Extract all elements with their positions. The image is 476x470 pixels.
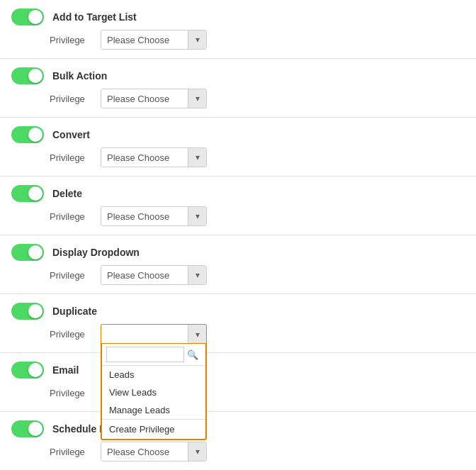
privilege-label-add-to-target-list: Privilege bbox=[50, 35, 92, 45]
privilege-row-add-to-target-list: Privilege Please Choose bbox=[11, 30, 465, 50]
privilege-label-duplicate: Privilege bbox=[50, 329, 92, 340]
section-title-email: Email bbox=[52, 364, 79, 376]
privilege-label-delete: Privilege bbox=[50, 211, 92, 222]
select-box-schedule-f[interactable]: Please Choose bbox=[101, 442, 207, 461]
toggle-thumb bbox=[28, 128, 42, 142]
section-convert: ConvertPrivilege Please Choose bbox=[0, 118, 476, 177]
select-wrapper-delete: Please Choose bbox=[101, 206, 207, 226]
toggle-track bbox=[11, 420, 44, 437]
toggle-thumb bbox=[28, 363, 42, 377]
toggle-thumb bbox=[28, 245, 42, 259]
select-box-delete[interactable]: Please Choose bbox=[101, 206, 207, 226]
section-header-bulk-action: Bulk Action bbox=[11, 67, 465, 84]
section-header-display-dropdown: Display Dropdown bbox=[11, 244, 465, 261]
privilege-row-display-dropdown: Privilege Please Choose bbox=[11, 265, 465, 285]
section-title-schedule-f: Schedule F bbox=[52, 423, 106, 435]
select-wrapper-duplicate: 🔍LeadsView LeadsManage LeadsCreate Privi… bbox=[101, 324, 207, 344]
privilege-label-bulk-action: Privilege bbox=[50, 94, 92, 104]
toggle-track bbox=[11, 244, 44, 261]
toggle-add-to-target-list[interactable] bbox=[11, 9, 44, 26]
section-title-display-dropdown: Display Dropdown bbox=[52, 247, 140, 258]
select-wrapper-convert: Please Choose bbox=[101, 147, 207, 167]
section-header-duplicate: Duplicate bbox=[11, 303, 465, 320]
privilege-label-display-dropdown: Privilege bbox=[50, 270, 92, 281]
select-box-convert[interactable]: Please Choose bbox=[101, 147, 207, 167]
toggle-track bbox=[11, 126, 44, 143]
privilege-row-schedule-f: Privilege Please Choose bbox=[11, 442, 465, 461]
section-title-duplicate: Duplicate bbox=[52, 306, 97, 317]
select-text-add-to-target-list: Please Choose bbox=[101, 35, 188, 45]
toggle-thumb bbox=[28, 69, 42, 83]
select-text-schedule-f: Please Choose bbox=[101, 447, 188, 457]
select-box-duplicate[interactable] bbox=[101, 324, 207, 344]
toggle-thumb bbox=[28, 186, 42, 201]
section-schedule-f: Schedule FPrivilege Please Choose bbox=[0, 412, 476, 470]
select-text-bulk-action: Please Choose bbox=[101, 94, 188, 104]
select-arrow-delete[interactable] bbox=[188, 207, 206, 225]
privilege-label-email: Privilege bbox=[50, 388, 92, 398]
toggle-track bbox=[11, 9, 44, 26]
toggle-thumb bbox=[28, 10, 42, 24]
toggle-track bbox=[11, 362, 44, 379]
section-title-add-to-target-list: Add to Target List bbox=[52, 11, 137, 23]
toggle-convert[interactable] bbox=[11, 126, 44, 143]
toggle-display-dropdown[interactable] bbox=[11, 244, 44, 261]
select-arrow-display-dropdown[interactable] bbox=[188, 266, 206, 284]
select-arrow-schedule-f[interactable] bbox=[188, 442, 206, 461]
select-box-add-to-target-list[interactable]: Please Choose bbox=[101, 30, 207, 50]
privilege-row-duplicate: Privilege 🔍LeadsView LeadsManage LeadsCr… bbox=[11, 324, 465, 344]
privilege-row-delete: Privilege Please Choose bbox=[11, 206, 465, 226]
privilege-row-bulk-action: Privilege Please Choose bbox=[11, 89, 465, 108]
section-title-convert: Convert bbox=[52, 129, 90, 140]
search-icon: 🔍 bbox=[187, 349, 198, 360]
section-title-bulk-action: Bulk Action bbox=[52, 70, 107, 82]
dropdown-item[interactable]: Leads bbox=[102, 366, 205, 384]
dropdown-item[interactable]: View Leads bbox=[102, 384, 205, 401]
select-wrapper-add-to-target-list: Please Choose bbox=[101, 30, 207, 50]
select-text-convert: Please Choose bbox=[101, 152, 188, 163]
toggle-track bbox=[11, 303, 44, 320]
section-email: EmailPrivilege Please Choose bbox=[0, 353, 476, 412]
section-header-schedule-f: Schedule F bbox=[11, 420, 465, 437]
select-arrow-duplicate[interactable] bbox=[188, 325, 206, 344]
toggle-track bbox=[11, 185, 44, 202]
privilege-label-schedule-f: Privilege bbox=[50, 447, 92, 457]
dropdown-panel-duplicate: 🔍LeadsView LeadsManage LeadsCreate Privi… bbox=[101, 343, 207, 440]
create-privilege-button[interactable]: Create Privilege bbox=[102, 419, 205, 439]
toggle-track bbox=[11, 67, 44, 84]
section-header-delete: Delete bbox=[11, 185, 465, 202]
section-delete: DeletePrivilege Please Choose bbox=[0, 177, 476, 235]
toggle-bulk-action[interactable] bbox=[11, 67, 44, 84]
select-wrapper-bulk-action: Please Choose bbox=[101, 89, 207, 108]
section-title-delete: Delete bbox=[52, 188, 82, 199]
section-header-convert: Convert bbox=[11, 126, 465, 143]
privilege-row-email: Privilege Please Choose bbox=[11, 383, 465, 403]
section-add-to-target-list: Add to Target ListPrivilege Please Choos… bbox=[0, 0, 476, 59]
dropdown-search-row: 🔍 bbox=[102, 344, 205, 366]
dropdown-search-input[interactable] bbox=[106, 347, 184, 362]
select-box-display-dropdown[interactable]: Please Choose bbox=[101, 265, 207, 285]
select-arrow-bulk-action[interactable] bbox=[188, 89, 206, 108]
privilege-label-convert: Privilege bbox=[50, 152, 92, 163]
privilege-row-convert: Privilege Please Choose bbox=[11, 147, 465, 167]
toggle-delete[interactable] bbox=[11, 185, 44, 202]
select-wrapper-display-dropdown: Please Choose bbox=[101, 265, 207, 285]
section-header-email: Email bbox=[11, 362, 465, 379]
toggle-thumb bbox=[28, 422, 42, 436]
dropdown-item[interactable]: Manage Leads bbox=[102, 401, 205, 419]
toggle-duplicate[interactable] bbox=[11, 303, 44, 320]
toggle-thumb bbox=[28, 304, 42, 318]
select-box-bulk-action[interactable]: Please Choose bbox=[101, 89, 207, 108]
select-arrow-add-to-target-list[interactable] bbox=[188, 30, 206, 49]
toggle-schedule-f[interactable] bbox=[11, 420, 44, 437]
select-arrow-convert[interactable] bbox=[188, 148, 206, 167]
select-text-display-dropdown: Please Choose bbox=[101, 270, 188, 281]
select-wrapper-schedule-f: Please Choose bbox=[101, 442, 207, 461]
section-duplicate: DuplicatePrivilege 🔍LeadsView LeadsManag… bbox=[0, 294, 476, 353]
section-bulk-action: Bulk ActionPrivilege Please Choose bbox=[0, 59, 476, 118]
toggle-email[interactable] bbox=[11, 362, 44, 379]
section-header-add-to-target-list: Add to Target List bbox=[11, 9, 465, 26]
section-display-dropdown: Display DropdownPrivilege Please Choose bbox=[0, 235, 476, 294]
select-text-delete: Please Choose bbox=[101, 211, 188, 222]
